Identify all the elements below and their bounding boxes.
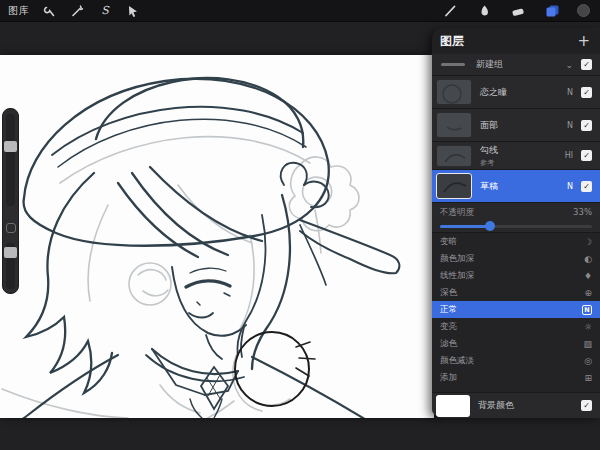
layers-panel-title: 图层 [440, 33, 464, 50]
layer-row-face[interactable]: 面部 N ✓ [432, 109, 600, 142]
blend-mode-lighten[interactable]: 变亮 ☼ [432, 318, 600, 335]
blend-mode-color-dodge[interactable]: 颜色减淡 ◎ [432, 352, 600, 369]
normal-n-icon: N [582, 305, 592, 315]
blend-mode-darken[interactable]: 变暗 ☽ [432, 233, 600, 250]
blend-badge[interactable]: Hl [565, 151, 573, 160]
lighten-sun-icon: ☼ [584, 322, 592, 332]
blend-mode-screen[interactable]: 滤色 ▨ [432, 335, 600, 352]
add-layer-button[interactable]: + [577, 34, 590, 49]
add-plus-icon: ⊞ [584, 373, 592, 383]
layer-group-row[interactable]: 新建组 ⌄ ✓ [432, 54, 600, 76]
brush-sidebar [2, 108, 19, 294]
chevron-down-icon[interactable]: ⌄ [565, 60, 573, 70]
gallery-button[interactable]: 图库 [8, 4, 30, 18]
brush-icon[interactable] [441, 3, 459, 19]
darken-moon-icon: ☽ [584, 237, 592, 247]
opacity-label: 不透明度 [440, 207, 474, 219]
layer-visibility-checkbox[interactable]: ✓ [581, 181, 592, 192]
opacity-value: 33% [573, 207, 592, 219]
canvas-artwork [0, 55, 434, 418]
drawing-canvas[interactable] [0, 55, 434, 418]
blend-badge[interactable]: N [567, 88, 573, 97]
blend-mode-color-burn[interactable]: 颜色加深 ◐ [432, 250, 600, 267]
opacity-section: 不透明度 33% [432, 203, 600, 233]
background-color-row[interactable]: 背景颜色 ✓ [432, 392, 600, 418]
transform-arrow-icon[interactable] [124, 3, 142, 19]
layer-visibility-checkbox[interactable]: ✓ [581, 87, 592, 98]
top-toolbar: 图库 S [0, 0, 600, 22]
linear-burn-icon: ♦ [584, 271, 592, 281]
group-visibility-checkbox[interactable]: ✓ [581, 59, 592, 70]
procreate-app: 图库 S [0, 0, 600, 450]
color-burn-icon: ◐ [584, 254, 592, 264]
smudge-icon[interactable] [475, 3, 493, 19]
brush-opacity-handle[interactable] [4, 247, 17, 258]
blend-mode-add[interactable]: 添加 ⊞ [432, 369, 600, 386]
adjustments-wand-icon[interactable] [68, 3, 86, 19]
selection-icon[interactable]: S [96, 3, 114, 19]
screen-icon: ▨ [583, 339, 592, 349]
brush-size-handle[interactable] [4, 141, 17, 152]
blend-badge[interactable]: N [567, 182, 573, 191]
layer-row-sketch-selected[interactable]: 草稿 N ✓ [432, 170, 600, 203]
layer-thumbnail [436, 145, 472, 167]
layers-icon[interactable] [543, 3, 561, 19]
opacity-fill [440, 225, 490, 228]
modify-button[interactable] [6, 223, 16, 233]
blend-badge[interactable]: N [567, 121, 573, 130]
layer-row-lineart[interactable]: 勾线 参考 Hl ✓ [432, 142, 600, 170]
blend-mode-linear-burn[interactable]: 线性加深 ♦ [432, 267, 600, 284]
layer-thumbnail [436, 173, 472, 199]
background-color-swatch[interactable] [436, 395, 470, 417]
layer-thumbnail [436, 112, 472, 138]
blend-mode-normal-selected[interactable]: 正常 N [432, 301, 600, 318]
group-thumbnail [436, 63, 470, 66]
active-color-swatch[interactable] [577, 4, 590, 17]
background-visibility-checkbox[interactable]: ✓ [581, 400, 592, 411]
layer-visibility-checkbox[interactable]: ✓ [581, 150, 592, 161]
darker-color-icon: ⊕ [584, 288, 592, 298]
layer-thumbnail [436, 79, 472, 105]
reference-tag: 参考 [480, 158, 498, 168]
layer-row-eye[interactable]: 恋之瞳 N ✓ [432, 76, 600, 109]
color-dodge-icon: ◎ [584, 356, 592, 366]
layers-panel: 图层 + 新建组 ⌄ ✓ 恋之瞳 N ✓ 面部 N ✓ [432, 28, 600, 418]
actions-wrench-icon[interactable] [40, 3, 58, 19]
blend-mode-darker-color[interactable]: 深色 ⊕ [432, 284, 600, 301]
eraser-icon[interactable] [509, 3, 527, 19]
opacity-slider[interactable] [440, 225, 592, 228]
blend-mode-list: 变暗 ☽ 颜色加深 ◐ 线性加深 ♦ 深色 ⊕ 正常 N 变亮 ☼ [432, 233, 600, 392]
opacity-knob[interactable] [485, 221, 495, 231]
layer-visibility-checkbox[interactable]: ✓ [581, 120, 592, 131]
brush-size-slider[interactable] [6, 114, 15, 206]
